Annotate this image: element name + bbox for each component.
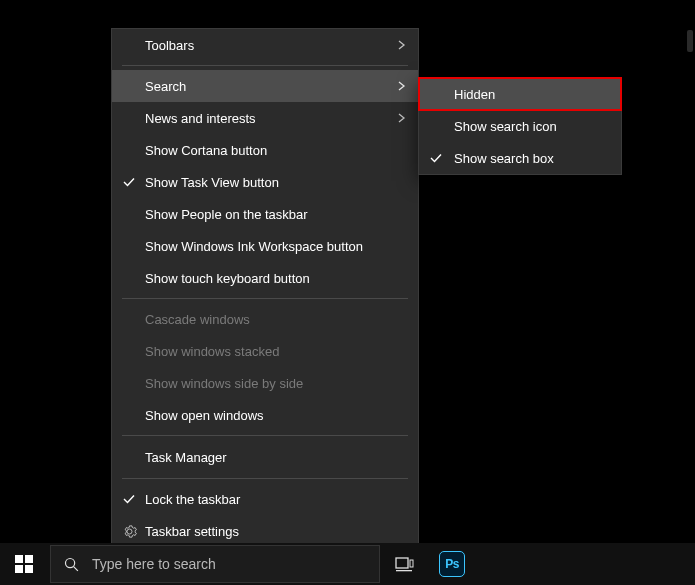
- svg-point-0: [65, 558, 74, 567]
- check-icon: [427, 149, 445, 167]
- menu-item-taskmgr[interactable]: Task Manager: [112, 440, 418, 474]
- menu-item-people[interactable]: Show People on the taskbar: [112, 198, 418, 230]
- svg-line-1: [74, 566, 78, 570]
- menu-item-stacked: Show windows stacked: [112, 335, 418, 367]
- submenu-item-hidden[interactable]: Hidden: [419, 78, 621, 110]
- submenu-item-show-icon[interactable]: Show search icon: [419, 110, 621, 142]
- taskview-icon: [394, 556, 414, 572]
- menu-item-sidebyside: Show windows side by side: [112, 367, 418, 399]
- submenu-label: Show search icon: [454, 119, 557, 134]
- check-icon: [120, 173, 138, 191]
- menu-label: Lock the taskbar: [145, 492, 406, 507]
- menu-item-cortana[interactable]: Show Cortana button: [112, 134, 418, 166]
- menu-item-news[interactable]: News and interests: [112, 102, 418, 134]
- submenu-label: Hidden: [454, 87, 495, 102]
- menu-label: Show Cortana button: [145, 143, 406, 158]
- search-submenu: Hidden Show search icon Show search box: [418, 77, 622, 175]
- menu-item-search[interactable]: Search: [112, 70, 418, 102]
- submenu-item-show-box[interactable]: Show search box: [419, 142, 621, 174]
- menu-label: Show windows side by side: [145, 376, 406, 391]
- menu-item-ink[interactable]: Show Windows Ink Workspace button: [112, 230, 418, 262]
- menu-label: Show open windows: [145, 408, 406, 423]
- search-icon: [63, 556, 80, 573]
- menu-label: Task Manager: [145, 450, 406, 465]
- search-placeholder: Type here to search: [92, 556, 216, 572]
- menu-item-touchkb[interactable]: Show touch keyboard button: [112, 262, 418, 294]
- chevron-right-icon: [398, 81, 406, 91]
- svg-rect-2: [396, 558, 408, 568]
- svg-rect-3: [396, 570, 412, 571]
- menu-label: Show touch keyboard button: [145, 271, 406, 286]
- menu-item-showopen[interactable]: Show open windows: [112, 399, 418, 431]
- search-input[interactable]: Type here to search: [50, 545, 380, 583]
- svg-rect-4: [410, 560, 413, 567]
- menu-item-lock[interactable]: Lock the taskbar: [112, 483, 418, 515]
- menu-label: Show Task View button: [145, 175, 406, 190]
- windows-logo-icon: [15, 555, 33, 573]
- menu-label: News and interests: [145, 111, 398, 126]
- right-edge-artifact: [687, 30, 693, 52]
- menu-label: Taskbar settings: [145, 524, 406, 539]
- submenu-label: Show search box: [454, 151, 554, 166]
- menu-label: Toolbars: [145, 38, 398, 53]
- taskbar-context-menu: Toolbars Search News and interests Show …: [111, 28, 419, 550]
- menu-item-toolbars[interactable]: Toolbars: [112, 29, 418, 61]
- chevron-right-icon: [398, 113, 406, 123]
- gear-icon: [120, 522, 138, 540]
- photoshop-icon: Ps: [439, 551, 465, 577]
- menu-separator: [122, 478, 408, 479]
- check-icon: [120, 490, 138, 508]
- photoshop-taskbar-button[interactable]: Ps: [428, 543, 476, 585]
- menu-item-taskview[interactable]: Show Task View button: [112, 166, 418, 198]
- taskbar: Type here to search Ps: [0, 543, 695, 585]
- start-button[interactable]: [0, 543, 48, 585]
- menu-label: Show Windows Ink Workspace button: [145, 239, 406, 254]
- taskview-button[interactable]: [380, 543, 428, 585]
- menu-label: Search: [145, 79, 398, 94]
- menu-label: Cascade windows: [145, 312, 406, 327]
- chevron-right-icon: [398, 40, 406, 50]
- menu-separator: [122, 298, 408, 299]
- menu-separator: [122, 435, 408, 436]
- menu-label: Show windows stacked: [145, 344, 406, 359]
- menu-item-cascade: Cascade windows: [112, 303, 418, 335]
- menu-separator: [122, 65, 408, 66]
- menu-label: Show People on the taskbar: [145, 207, 406, 222]
